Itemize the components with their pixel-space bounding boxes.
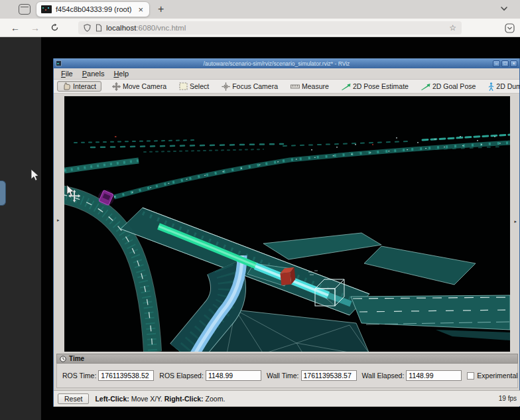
page-info-icon[interactable] [96, 24, 102, 32]
reset-button[interactable]: Reset [58, 393, 89, 404]
tool-interact[interactable]: Interact [57, 81, 101, 92]
ros-elapsed-field: ROS Elapsed: [159, 370, 261, 381]
new-tab-button[interactable]: + [158, 4, 164, 15]
wall-elapsed-field: Wall Elapsed: [362, 370, 462, 381]
pose-estimate-arrow-icon [342, 83, 351, 90]
experimental-checkbox[interactable] [467, 372, 474, 380]
right-panel-collapse-handle[interactable]: ▸ [514, 219, 517, 224]
experimental-option: Experimental [467, 372, 517, 380]
screen: f454c8b04333:99 (root) × + ← → localhost… [0, 0, 520, 420]
time-panel: Time ROS Time: ROS Elapsed: Wall Time: W… [56, 354, 518, 388]
shield-icon[interactable] [84, 24, 91, 32]
rviz-app-icon [56, 60, 62, 66]
measure-ruler-icon [291, 84, 300, 90]
tool-2d-dummy-pedestrian[interactable]: 2D Dummy Pedestrian [486, 82, 520, 92]
reload-icon[interactable] [50, 23, 59, 32]
rviz-menubar: File Panels Help [54, 68, 519, 80]
time-panel-title: Time [69, 355, 84, 362]
novnc-control-bar-handle[interactable] [0, 180, 6, 206]
ros-time-field: ROS Time: [62, 370, 154, 381]
mouse-cursor [31, 169, 40, 182]
left-panel-collapse-handle[interactable]: ▸ [57, 218, 60, 223]
url-bar[interactable]: localhost:6080/vnc.html ☆ [78, 21, 462, 35]
pedestrian-icon [488, 82, 494, 91]
rviz-titlebar[interactable]: /autoware/scenario-sim/rviz/scenario_sim… [54, 58, 519, 68]
wall-time-input[interactable] [301, 370, 357, 381]
goal-pose-arrow-icon [421, 83, 430, 90]
tool-focus-camera[interactable]: Focus Camera [220, 82, 280, 92]
tab-close-icon[interactable]: × [137, 5, 145, 15]
url-path: :6080/vnc.html [136, 24, 186, 32]
hand-icon [62, 82, 71, 90]
wall-time-field: Wall Time: [267, 370, 357, 381]
ros-time-input[interactable] [98, 370, 154, 381]
tab-list-chevron-icon[interactable] [500, 5, 508, 13]
menu-panels[interactable]: Panels [78, 69, 109, 78]
fps-counter: 19 fps [499, 395, 517, 402]
move-camera-icon [112, 82, 121, 91]
browser-navbar: ← → localhost:6080/vnc.html ☆ [0, 19, 520, 37]
close-button[interactable]: × [510, 60, 517, 67]
tool-select[interactable]: Select [177, 82, 211, 91]
tab-overview-icon[interactable] [19, 4, 31, 15]
tool-move-camera[interactable]: Move Camera [110, 82, 168, 92]
url-text: localhost:6080/vnc.html [106, 24, 186, 32]
wall-elapsed-input[interactable] [406, 370, 462, 381]
menu-help[interactable]: Help [109, 69, 133, 78]
tool-measure[interactable]: Measure [289, 82, 331, 91]
viewport-3d-scene [64, 96, 510, 352]
tab-favicon-icon [41, 5, 52, 13]
url-host: localhost [106, 24, 136, 32]
rviz-window: /autoware/scenario-sim/rviz/scenario_sim… [53, 58, 520, 407]
focus-camera-icon [222, 82, 230, 91]
tab-title: f454c8b04333:99 (root) [56, 5, 131, 13]
experimental-label: Experimental [477, 372, 517, 380]
rviz-toolbar: Interact Move Camera Select [54, 80, 519, 94]
mouse-hints: Left-Click: Move X/Y. Right-Click: Zoom. [95, 395, 225, 403]
clock-icon [60, 356, 66, 362]
time-panel-header[interactable]: Time [56, 354, 518, 364]
rviz-3d-viewport[interactable] [64, 96, 510, 352]
ros-elapsed-input[interactable] [206, 370, 261, 381]
menu-file[interactable]: File [56, 69, 78, 78]
tool-2d-goal-pose[interactable]: 2D Goal Pose [419, 82, 478, 91]
maximize-button[interactable]: □ [501, 60, 509, 67]
select-box-icon [179, 82, 188, 90]
rviz-window-title: /autoware/scenario-sim/rviz/scenario_sim… [62, 60, 491, 67]
account-menu-icon[interactable] [505, 23, 515, 33]
minimize-button[interactable]: – [493, 60, 500, 67]
time-panel-body: ROS Time: ROS Elapsed: Wall Time: Wall E… [56, 364, 518, 388]
browser-tabstrip: f454c8b04333:99 (root) × + [0, 0, 520, 19]
browser-tab[interactable]: f454c8b04333:99 (root) × [36, 1, 150, 17]
back-icon[interactable]: ← [11, 23, 20, 33]
rviz-statusbar: Reset Left-Click: Move X/Y. Right-Click:… [54, 390, 520, 406]
bookmark-star-icon[interactable]: ☆ [449, 23, 456, 33]
tool-2d-pose-estimate[interactable]: 2D Pose Estimate [340, 82, 411, 91]
forward-icon[interactable]: → [31, 23, 40, 33]
